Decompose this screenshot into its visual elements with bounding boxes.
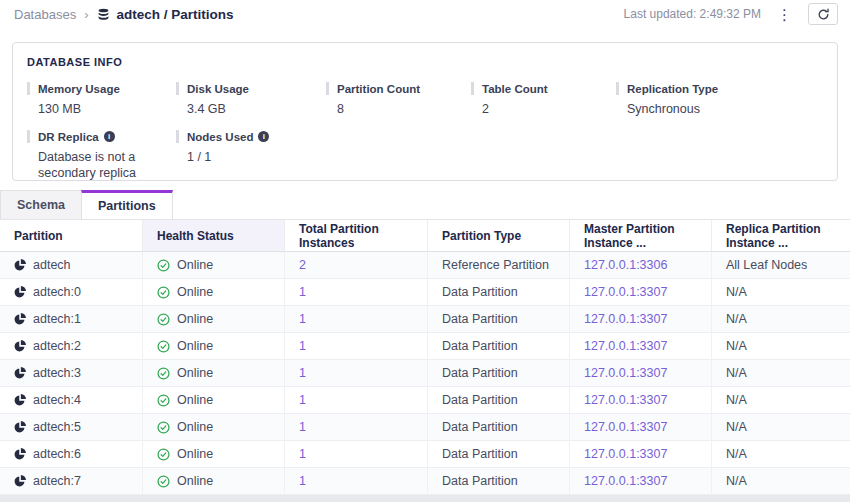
replica-instance-text: N/A [726, 285, 747, 299]
stat-value: 2 [482, 101, 614, 117]
partition-type-cell: Reference Partition [428, 252, 570, 279]
stat-value: Synchronous [627, 101, 759, 117]
partition-pie-icon [14, 475, 26, 487]
info-icon[interactable]: i [104, 131, 115, 142]
total-instances-link[interactable]: 2 [299, 258, 306, 272]
total-instances-cell: 1 [285, 387, 428, 414]
replica-instance-cell: All Leaf Nodes [712, 252, 850, 279]
stat-item: Partition Count i 8 [326, 82, 471, 117]
stat-value: 1 / 1 [187, 149, 319, 165]
partition-type-text: Data Partition [442, 474, 518, 488]
stat-label-text: Disk Usage [187, 83, 249, 95]
stat-label: Disk Usage i [176, 82, 326, 95]
replica-instance-text: N/A [726, 339, 747, 353]
table-body: adtech Online 2 [0, 252, 850, 495]
total-instances-link[interactable]: 1 [299, 285, 306, 299]
master-instance-link[interactable]: 127.0.0.1:3306 [584, 258, 667, 272]
total-instances-cell: 2 [285, 252, 428, 279]
partition-name: adtech:6 [33, 447, 81, 461]
partition-cell: adtech:6 [0, 441, 143, 468]
stat-label-text: Replication Type [627, 83, 718, 95]
total-instances-link[interactable]: 1 [299, 366, 306, 380]
column-header[interactable]: Replica Partition Instance ... [712, 219, 850, 252]
partition-type-text: Data Partition [442, 312, 518, 326]
total-instances-cell: 1 [285, 468, 428, 495]
column-header[interactable]: Master Partition Instance ... [570, 219, 712, 252]
table-row: adtech:2 Online 1 [0, 333, 850, 360]
master-instance-link[interactable]: 127.0.0.1:3307 [584, 393, 667, 407]
table-row: adtech:1 Online 1 [0, 306, 850, 333]
table-row: adtech Online 2 [0, 252, 850, 279]
info-icon[interactable]: i [258, 131, 269, 142]
partition-name: adtech:5 [33, 420, 81, 434]
master-instance-link[interactable]: 127.0.0.1:3307 [584, 312, 667, 326]
master-instance-link[interactable]: 127.0.0.1:3307 [584, 285, 667, 299]
stat-value: 3.4 GB [187, 101, 319, 117]
table-row: adtech:6 Online 1 [0, 441, 850, 468]
partition-cell: adtech [0, 252, 143, 279]
breadcrumb-databases-link[interactable]: Databases [14, 7, 76, 22]
kebab-menu-button[interactable]: ⋮ [774, 7, 795, 22]
online-check-icon [157, 394, 170, 407]
master-instance-link[interactable]: 127.0.0.1:3307 [584, 420, 667, 434]
partition-cell: adtech:5 [0, 414, 143, 441]
stat-label: Nodes Used i [176, 130, 326, 143]
partition-type-cell: Data Partition [428, 387, 570, 414]
partition-cell: adtech:0 [0, 279, 143, 306]
stat-item: Nodes Used i 1 / 1 [176, 130, 326, 181]
replica-instance-text: N/A [726, 312, 747, 326]
health-status-cell: Online [143, 468, 285, 495]
breadcrumb: Databases › adtech / Partitions [14, 7, 234, 22]
column-header[interactable]: Total Partition Instances [285, 219, 428, 252]
partition-type-text: Data Partition [442, 420, 518, 434]
health-status-text: Online [177, 447, 213, 461]
total-instances-link[interactable]: 1 [299, 339, 306, 353]
master-instance-cell: 127.0.0.1:3307 [570, 414, 712, 441]
column-header[interactable]: Health Status [143, 219, 285, 252]
total-instances-cell: 1 [285, 279, 428, 306]
stat-label: Partition Count i [326, 82, 471, 95]
partition-name: adtech:3 [33, 366, 81, 380]
tab-schema[interactable]: Schema [0, 190, 82, 219]
master-instance-cell: 127.0.0.1:3307 [570, 279, 712, 306]
health-status-text: Online [177, 474, 213, 488]
total-instances-link[interactable]: 1 [299, 447, 306, 461]
partition-type-text: Data Partition [442, 366, 518, 380]
total-instances-link[interactable]: 1 [299, 312, 306, 326]
partition-cell: adtech:2 [0, 333, 143, 360]
column-header[interactable]: Partition Type [428, 219, 570, 252]
health-status-cell: Online [143, 306, 285, 333]
health-status-cell: Online [143, 333, 285, 360]
total-instances-link[interactable]: 1 [299, 474, 306, 488]
master-instance-cell: 127.0.0.1:3307 [570, 306, 712, 333]
card-heading: DATABASE INFO [27, 56, 823, 68]
refresh-button[interactable] [808, 3, 838, 25]
partition-cell: adtech:3 [0, 360, 143, 387]
master-instance-link[interactable]: 127.0.0.1:3307 [584, 339, 667, 353]
replica-instance-cell: N/A [712, 441, 850, 468]
tab-partitions[interactable]: Partitions [81, 190, 173, 219]
partition-name: adtech:0 [33, 285, 81, 299]
table-header-row: Partition Health Status Total Partition … [0, 219, 850, 252]
stat-label-text: DR Replica [38, 131, 99, 143]
stat-label-text: Memory Usage [38, 83, 120, 95]
partition-cell: adtech:7 [0, 468, 143, 495]
total-instances-link[interactable]: 1 [299, 393, 306, 407]
chevron-right-icon: › [84, 7, 88, 22]
total-instances-link[interactable]: 1 [299, 420, 306, 434]
online-check-icon [157, 286, 170, 299]
tab-bar: Schema Partitions [0, 190, 850, 219]
online-check-icon [157, 259, 170, 272]
stat-label-text: Table Count [482, 83, 548, 95]
stat-label: Table Count i [471, 82, 616, 95]
health-status-cell: Online [143, 360, 285, 387]
master-instance-link[interactable]: 127.0.0.1:3307 [584, 447, 667, 461]
partition-pie-icon [14, 394, 26, 406]
partition-name: adtech:7 [33, 474, 81, 488]
master-instance-link[interactable]: 127.0.0.1:3307 [584, 474, 667, 488]
partition-pie-icon [14, 313, 26, 325]
column-header[interactable]: Partition [0, 219, 143, 252]
total-instances-cell: 1 [285, 441, 428, 468]
master-instance-link[interactable]: 127.0.0.1:3307 [584, 366, 667, 380]
partition-pie-icon [14, 286, 26, 298]
